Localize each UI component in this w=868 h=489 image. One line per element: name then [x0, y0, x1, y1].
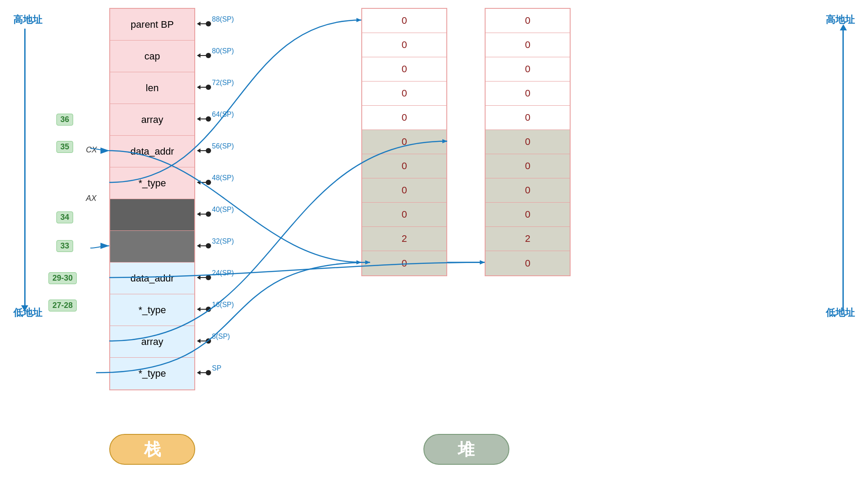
stack-cell-label: cap — [145, 51, 160, 62]
stack-cell-label: parent BP — [131, 19, 174, 30]
num-badge: 27-28 — [48, 300, 77, 311]
sp-label: 72(SP) — [212, 79, 234, 86]
heap-row: 0 — [362, 82, 446, 106]
sp-label: 32(SP) — [212, 237, 234, 245]
heap-cell-value: 0 — [525, 88, 530, 99]
heap-cell-value: 0 — [401, 15, 407, 26]
stack-cell-label: *_type — [138, 368, 166, 379]
heap-row: 0 — [486, 33, 570, 57]
heap-cell-value: 0 — [401, 136, 407, 148]
sp-arrow-head — [197, 307, 200, 311]
sp-label: 16(SP) — [212, 301, 234, 308]
sp-arrow-head — [197, 244, 200, 248]
stack-row — [110, 199, 194, 231]
stack-row — [110, 231, 194, 263]
left-arrow-line — [24, 29, 26, 311]
heap-cell-value: 0 — [525, 258, 530, 269]
heap-row: 0 — [362, 9, 446, 33]
sp-bullet — [206, 148, 211, 153]
heap-row: 2 — [486, 227, 570, 251]
main-container: 高地址 低地址 高地址 低地址 3635343329-3027-28 CXAX … — [0, 0, 868, 489]
heap-row: 0 — [486, 82, 570, 106]
heap-cell-value: 2 — [401, 233, 407, 244]
stack-row: data_addr — [110, 136, 194, 167]
sp-arrow-head — [197, 53, 200, 58]
heap-row: 0 — [362, 33, 446, 57]
stack-cell-label: *_type — [138, 178, 166, 189]
sp-label: 8(SP) — [212, 333, 230, 340]
stack-row: *_type — [110, 167, 194, 199]
heap-cell-value: 0 — [401, 258, 407, 269]
sp-bullet — [206, 307, 211, 312]
heap-row: 0 — [486, 130, 570, 154]
heap-cell-value: 0 — [525, 209, 530, 220]
arrow-head — [480, 260, 485, 264]
sp-arrow-head — [197, 275, 200, 280]
stack-cell-label: len — [146, 82, 159, 94]
sp-arrow-head — [197, 180, 200, 185]
heap-row: 2 — [362, 227, 446, 251]
heap-row: 0 — [362, 251, 446, 275]
sp-bullet — [206, 53, 211, 58]
arrow-head — [480, 260, 485, 264]
heap-cell-value: 0 — [525, 39, 530, 51]
stack-row: len — [110, 72, 194, 104]
sp-label: 56(SP) — [212, 142, 234, 150]
num-badge: 35 — [56, 141, 73, 153]
stack-row: parent BP — [110, 9, 194, 41]
stack-row: array — [110, 326, 194, 358]
heap-row: 0 — [486, 57, 570, 82]
heap-row: 0 — [486, 203, 570, 227]
sp-bullet — [206, 85, 211, 90]
heap-row: 0 — [486, 251, 570, 275]
sp-label: 80(SP) — [212, 47, 234, 55]
sp-arrow-head — [197, 117, 200, 121]
heap-cell-value: 0 — [401, 185, 407, 196]
sp-bullet — [206, 116, 211, 122]
sp-label: 40(SP) — [212, 206, 234, 213]
sp-bullet — [206, 180, 211, 185]
heap-cell-value: 2 — [525, 233, 530, 244]
heap-box-2: 00000000020 — [485, 8, 571, 276]
heap-cell-value: 0 — [525, 112, 530, 123]
heap-row: 0 — [486, 106, 570, 130]
sp-bullet — [206, 275, 211, 280]
stack-row: *_type — [110, 294, 194, 326]
heap-cell-value: 0 — [401, 39, 407, 51]
stack-box: parent BPcaplenarraydata_addr*_typedata_… — [109, 8, 195, 390]
heap-cell-value: 0 — [401, 88, 407, 99]
sp-bullet — [206, 338, 211, 344]
sp-bullet — [206, 211, 211, 217]
sp-arrow-head — [197, 22, 200, 26]
stack-cell-label: *_type — [138, 304, 166, 316]
sp-label: SP — [212, 364, 221, 372]
num-badge: 34 — [56, 211, 73, 223]
sp-arrow-head — [197, 370, 200, 375]
sp-arrow-head — [197, 148, 200, 153]
heap-row: 0 — [486, 178, 570, 203]
heap-row: 0 — [362, 130, 446, 154]
sp-label: 64(SP) — [212, 111, 234, 118]
cx-label: AX — [86, 194, 96, 203]
cx-label: CX — [86, 145, 97, 155]
left-low-addr: 低地址 — [13, 306, 42, 319]
heap-cell-value: 0 — [401, 160, 407, 172]
heap-cell-value: 0 — [401, 63, 407, 75]
sp-label: 88(SP) — [212, 15, 234, 23]
num-badge: 33 — [56, 240, 73, 252]
sp-arrow-head — [197, 212, 200, 216]
heap-cell-value: 0 — [525, 185, 530, 196]
heap-row: 0 — [362, 203, 446, 227]
sp-bullet — [206, 370, 211, 375]
heap-row: 0 — [486, 154, 570, 178]
sp-bullet — [206, 21, 211, 26]
heap-row: 0 — [486, 9, 570, 33]
heap-box-1: 00000000020 — [361, 8, 447, 276]
sp-label: 24(SP) — [212, 269, 234, 277]
stack-row: cap — [110, 41, 194, 72]
stack-row: array — [110, 104, 194, 136]
heap-cell-value: 0 — [525, 63, 530, 75]
sp-bullet — [206, 243, 211, 248]
num-badge: 36 — [56, 114, 73, 126]
heap-row: 0 — [362, 106, 446, 130]
